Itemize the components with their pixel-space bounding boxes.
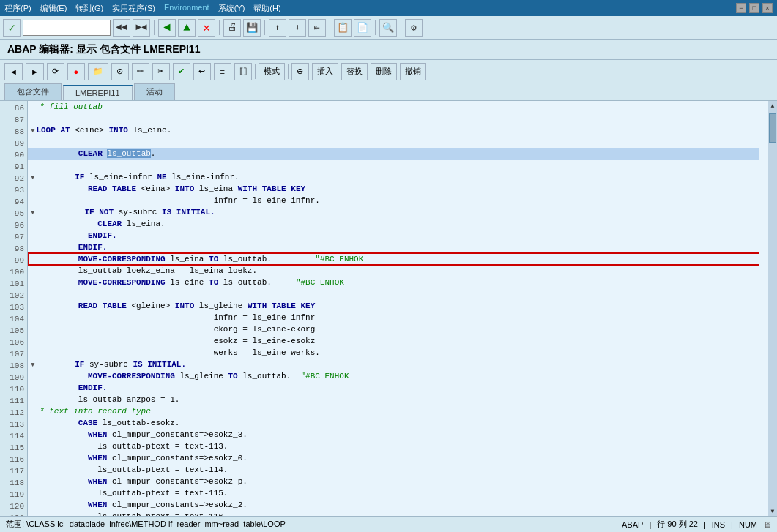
check-button[interactable]: ✔	[173, 63, 190, 80]
expand-icon[interactable]: ▼	[31, 361, 34, 369]
command-input[interactable]	[23, 20, 111, 36]
code-line-117[interactable]: ls_outtab-ptext = text-114.	[28, 464, 759, 476]
code-line-114[interactable]: WHEN cl_mmpur_constants=>esokz_3.	[28, 429, 759, 441]
code-line-94[interactable]: infnr = ls_eine-infnr.	[28, 195, 759, 206]
line-number-104: 104	[0, 313, 27, 325]
menu-utilities[interactable]: 实用程序(S)	[112, 3, 155, 14]
mode-button[interactable]: 模式	[259, 63, 285, 80]
confirm-button[interactable]: ✓	[3, 19, 21, 37]
code-line-119[interactable]: ls_outtab-ptext = text-115.	[28, 487, 759, 499]
scissors-button[interactable]: ✂	[152, 63, 170, 80]
find-button[interactable]: 🔍	[379, 19, 397, 37]
paste-button[interactable]: 📄	[354, 19, 371, 37]
line-number-110: 110	[0, 383, 27, 395]
maximize-button[interactable]: □	[749, 3, 759, 13]
code-line-88[interactable]: ▼LOOP AT <eine> INTO ls_eine.	[28, 124, 759, 136]
code-line-113[interactable]: CASE ls_outtab-esokz.	[28, 417, 759, 429]
code-line-98[interactable]: ENDIF.	[28, 241, 759, 253]
code-content[interactable]: * fill outtab ▼LOOP AT <eine> INTO ls_ei…	[28, 101, 768, 516]
code-line-102[interactable]	[28, 288, 759, 300]
code-line-108[interactable]: ▼ IF sy-subrc IS INITIAL.	[28, 359, 759, 370]
insert-button[interactable]: 插入	[312, 63, 338, 80]
code-line-106[interactable]: esokz = ls_eine-esokz	[28, 335, 759, 347]
settings-button[interactable]: ⚙	[405, 19, 423, 37]
menu-bar: 程序(P) 编辑(E) 转到(G) 实用程序(S) Environment 系统…	[4, 3, 281, 14]
save-button[interactable]: 💾	[243, 19, 261, 37]
code-line-112[interactable]: * text info record type	[28, 405, 759, 417]
delete-button[interactable]: 删除	[371, 63, 397, 80]
minimize-button[interactable]: −	[736, 3, 746, 13]
code-line-121[interactable]: ls_outtab-ptext = text-116.	[28, 511, 759, 516]
back-button2[interactable]: ◄	[4, 63, 23, 80]
code-line-104[interactable]: infnr = ls_eine-infnr	[28, 312, 759, 323]
next-nav-button[interactable]: ►◄	[133, 19, 150, 37]
tab-package[interactable]: 包含文件	[4, 83, 62, 100]
line-number-105: 105	[0, 325, 27, 337]
undo-button[interactable]: 撤销	[400, 63, 426, 80]
replace-button[interactable]: 替换	[341, 63, 368, 80]
code-line-99[interactable]: MOVE-CORRESPONDING ls_eina TO ls_outtab.…	[28, 253, 759, 265]
menu-edit[interactable]: 编辑(E)	[40, 3, 67, 14]
code-line-93[interactable]: READ TABLE <eina> INTO ls_eina WITH TABL…	[28, 183, 759, 195]
code-line-105[interactable]: ekorg = ls_eine-ekorg	[28, 323, 759, 335]
code-line-107[interactable]: werks = ls_eine-werks.	[28, 347, 759, 359]
code-line-120[interactable]: WHEN cl_mmpur_constants=>esokz_2.	[28, 499, 759, 511]
menu-goto[interactable]: 转到(G)	[75, 3, 103, 14]
copy-button[interactable]: 📋	[334, 19, 352, 37]
tab-filename[interactable]: LMEREPI11	[63, 85, 133, 100]
refresh-button[interactable]: ⟳	[47, 63, 64, 80]
code-line-109[interactable]: MOVE-CORRESPONDING ls_gleine TO ls_outta…	[28, 370, 759, 382]
edit-button[interactable]: ✏	[132, 63, 149, 80]
page-first-button[interactable]: ⇤	[308, 19, 326, 37]
code-line-96[interactable]: CLEAR ls_eina.	[28, 218, 759, 230]
stop-button[interactable]: ✕	[198, 19, 215, 37]
forward-button[interactable]: ▲	[178, 19, 196, 37]
tab-bar: 包含文件 LMEREPI11 活动	[0, 83, 777, 101]
code-line-115[interactable]: ls_outtab-ptext = text-113.	[28, 441, 759, 452]
expand-icon[interactable]: ▼	[31, 127, 34, 135]
sep6	[401, 20, 401, 35]
tb2-plus[interactable]: ⊕	[291, 63, 309, 80]
code-line-100[interactable]: ls_outtab-loekz_eina = ls_eina-loekz.	[28, 265, 759, 277]
code-line-97[interactable]: ENDIF.	[28, 230, 759, 241]
scroll-up-arrow[interactable]: ▲	[771, 101, 775, 110]
code-check-button[interactable]: ⟦⟧	[234, 63, 252, 80]
code-line-92[interactable]: ▼ IF ls_eine-infnr NE ls_eine-infnr.	[28, 171, 759, 183]
forward-button2[interactable]: ►	[26, 63, 44, 80]
menu-environment[interactable]: Environment	[164, 3, 209, 14]
prev-nav-button[interactable]: ◄◄	[113, 19, 130, 37]
menu-system[interactable]: 系统(Y)	[218, 3, 245, 14]
list-button[interactable]: ≡	[214, 63, 231, 80]
toolbar1: ✓ ◄◄ ►◄ ◄ ▲ ✕ 🖨 💾 ⬆ ⬇ ⇤ 📋 📄 🔍 ⚙	[0, 16, 777, 40]
scroll-thumb[interactable]	[769, 113, 776, 143]
code-line-95[interactable]: ▼ IF NOT sy-subrc IS INITIAL.	[28, 206, 759, 218]
code-line-111[interactable]: ls_outtab-anzpos = 1.	[28, 394, 759, 405]
code-line-87[interactable]	[28, 113, 759, 124]
close-button[interactable]: ×	[762, 3, 773, 13]
code-line-101[interactable]: MOVE-CORRESPONDING ls_eine TO ls_outtab.…	[28, 277, 759, 288]
code-line-116[interactable]: WHEN cl_mmpur_constants=>esokz_0.	[28, 452, 759, 464]
code-line-118[interactable]: WHEN cl_mmpur_constants=>esokz_p.	[28, 476, 759, 487]
code-line-110[interactable]: ENDIF.	[28, 382, 759, 394]
back-button[interactable]: ◄	[158, 19, 176, 37]
code-line-103[interactable]: READ TABLE <gleine> INTO ls_gleine WITH …	[28, 300, 759, 312]
expand-icon[interactable]: ▼	[31, 209, 34, 217]
code-line-86[interactable]: * fill outtab	[28, 101, 759, 113]
code-line-90[interactable]: CLEAR ls_outtab.	[28, 148, 759, 160]
code-line-91[interactable]	[28, 160, 759, 171]
code-line-89[interactable]	[28, 136, 759, 148]
menu-program[interactable]: 程序(P)	[4, 3, 31, 14]
activate-button[interactable]: ↩	[193, 63, 211, 80]
scrollbar-vertical[interactable]: ▲ ▼	[768, 101, 777, 516]
page-up-button[interactable]: ⬆	[269, 19, 286, 37]
print-button[interactable]: 🖨	[223, 19, 241, 37]
tab-active[interactable]: 活动	[134, 83, 175, 100]
page-down-button[interactable]: ⬇	[289, 19, 306, 37]
scroll-down-arrow[interactable]: ▼	[771, 506, 775, 516]
circle-button[interactable]: ●	[67, 63, 85, 80]
menu-help[interactable]: 帮助(H)	[253, 3, 280, 14]
app-title-text: ABAP 编辑器: 显示 包含文件 LMEREPI11	[7, 43, 200, 56]
target-button[interactable]: ⊙	[111, 63, 129, 80]
expand-icon[interactable]: ▼	[31, 174, 34, 181]
folder-button[interactable]: 📁	[88, 63, 108, 80]
